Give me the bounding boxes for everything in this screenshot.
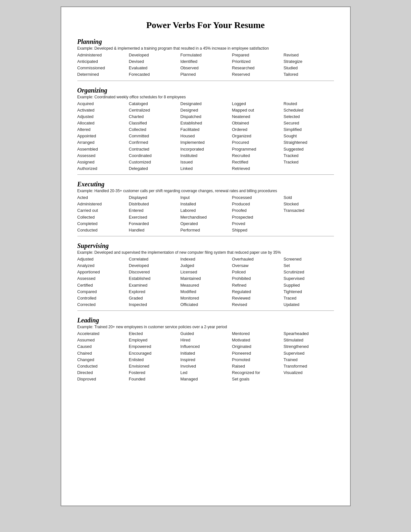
verb-cell: Established (181, 120, 231, 126)
verb-cell: Managed (181, 376, 231, 382)
section-example-organizing: Example: Coordinated weekly office sched… (77, 95, 334, 99)
verb-cell: Sold (284, 194, 334, 201)
verb-cell: Anticipated (77, 58, 128, 65)
verb-cell: Policed (232, 269, 282, 275)
verb-cell: Performed (181, 227, 231, 233)
verb-cell: Established (129, 275, 179, 282)
section-example-leading: Example: Trained 20+ new employees in cu… (77, 325, 334, 329)
verb-cell: Officiated (181, 301, 231, 308)
verb-cell: Displayed (129, 194, 179, 201)
verb-cell: Encouraged (129, 350, 179, 357)
section-title-organizing: Organizing (77, 87, 334, 94)
verb-cell: Indexed (181, 256, 231, 262)
verb-cell: Activated (77, 107, 128, 113)
verb-cell: Graded (129, 295, 179, 301)
verb-cell: Prospected (232, 214, 282, 221)
verb-cell: Controlled (77, 295, 128, 301)
section-example-executing: Example: Handled 20-35+ customer calls p… (77, 189, 334, 193)
verb-cell: Conducted (77, 227, 128, 233)
verb-cell: Recruited (232, 153, 282, 159)
verb-cell: Assessed (77, 153, 128, 159)
verb-cell: Organized (232, 133, 282, 139)
verb-cell: Involved (181, 363, 231, 369)
verbs-grid-supervising: AdjustedCorrelatedIndexedOverhauledScree… (77, 256, 334, 308)
verb-cell (284, 227, 334, 233)
verb-cell: Envisioned (129, 363, 179, 369)
verb-cell: Collected (77, 214, 128, 221)
verb-cell: Influenced (181, 343, 231, 350)
verb-cell: Forwarded (129, 221, 179, 227)
verb-cell: Handled (129, 227, 179, 233)
verb-cell: Updated (284, 301, 334, 308)
verb-cell: Oversaw (232, 262, 282, 269)
verb-cell: Reserved (232, 71, 282, 78)
verb-cell: Input (181, 194, 231, 201)
verb-cell: Judged (181, 262, 231, 269)
verb-cell: Committed (129, 133, 179, 139)
verb-cell: Chaired (77, 350, 128, 357)
verb-cell: Collected (129, 126, 179, 133)
verb-cell: Supervised (284, 350, 334, 357)
verb-cell: Transacted (284, 207, 334, 214)
verb-cell: Instituted (181, 153, 231, 159)
verb-cell: Initiated (181, 350, 231, 357)
verb-cell: Allocated (77, 120, 128, 126)
verb-cell: Inspected (129, 301, 179, 308)
verb-cell: Employed (129, 337, 179, 343)
verb-cell: Set (284, 262, 334, 269)
section-title-planning: Planning (77, 38, 334, 45)
verb-cell: Stocked (284, 201, 334, 207)
verb-cell: Commissioned (77, 65, 128, 71)
verb-cell: Screened (284, 256, 334, 262)
verb-cell: Exercised (129, 214, 179, 221)
verb-cell: Maintained (181, 275, 231, 282)
verb-cell: Empowered (129, 343, 179, 350)
section-divider (77, 81, 334, 81)
verb-cell (284, 221, 334, 227)
verb-cell: Simplified (284, 126, 334, 133)
verb-cell: Designated (181, 101, 231, 107)
verb-cell: Founded (129, 376, 179, 382)
verb-cell: Authorized (77, 165, 128, 172)
verb-cell: Implemented (181, 139, 231, 146)
section-leading: LeadingExample: Trained 20+ new employee… (77, 317, 334, 382)
verb-cell: Incorporated (181, 146, 231, 153)
verb-cell: Reviewed (232, 295, 282, 301)
verb-cell: Developed (129, 262, 179, 269)
verb-cell: Housed (181, 133, 231, 139)
verb-cell: Centralized (129, 107, 179, 113)
verbs-grid-planning: AdministeredDevelopedFormulatedPreparedR… (77, 52, 334, 78)
verb-cell: Adjusted (77, 256, 128, 262)
verb-cell: Set goals (232, 376, 282, 382)
verb-cell: Traced (284, 295, 334, 301)
verb-cell: Scrutinized (284, 269, 334, 275)
verb-cell: Sought (284, 133, 334, 139)
verb-cell: Selected (284, 113, 334, 120)
verb-cell: Motivated (232, 337, 282, 343)
verb-cell: Compared (77, 289, 128, 295)
verb-cell: Administered (77, 201, 128, 207)
verb-cell: Originated (232, 343, 282, 350)
verb-cell: Devised (129, 58, 179, 65)
verb-cell: Assumed (77, 337, 128, 343)
verb-cell: Tailored (284, 71, 334, 78)
verbs-grid-executing: ActedDisplayedInputProcessedSoldAdminist… (77, 194, 334, 233)
verb-cell: Measured (181, 282, 231, 289)
verb-cell: Tracked (284, 159, 334, 165)
verb-cell: Assembled (77, 146, 128, 153)
section-divider (77, 310, 334, 311)
verb-cell: Formulated (181, 52, 231, 58)
verb-cell: Neatened (232, 113, 282, 120)
verb-cell: Determined (77, 71, 128, 78)
verb-cell: Contracted (129, 146, 179, 153)
verb-cell: Trained (284, 357, 334, 363)
verb-cell: Arranged (77, 139, 128, 146)
verb-cell: Delegated (129, 165, 179, 172)
verb-cell: Acted (77, 194, 128, 201)
verb-cell: Adjusted (77, 113, 128, 120)
section-title-leading: Leading (77, 317, 334, 324)
verb-cell: Mentored (232, 330, 282, 337)
section-title-executing: Executing (77, 181, 334, 188)
verb-cell: Programmed (232, 146, 282, 153)
section-planning: PlanningExample: Developed & implemented… (77, 38, 334, 81)
